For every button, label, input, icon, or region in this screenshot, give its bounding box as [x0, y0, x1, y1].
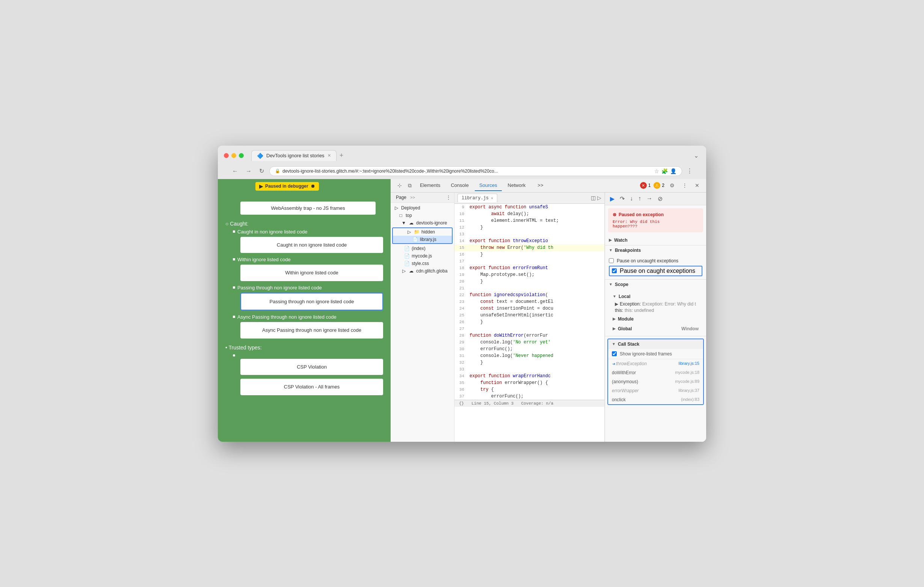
callstack-frame-0[interactable]: ➜ throwException library.js:15: [608, 359, 703, 368]
callstack-frame-4[interactable]: onclick (index):83: [608, 395, 703, 404]
pause-uncaught-checkbox[interactable]: [609, 258, 614, 263]
file-library-js[interactable]: 📄 library.js: [393, 236, 452, 243]
code-line: 24 const insertionPoint = docu: [454, 305, 604, 312]
deployed-label: Deployed: [401, 205, 420, 210]
local-header[interactable]: ▼ Local: [609, 292, 702, 301]
expand-icon[interactable]: ▶: [615, 301, 618, 307]
tab-elements[interactable]: Elements: [416, 180, 445, 191]
caught-subsection: Caught in non ignore listed code Caught …: [233, 229, 383, 339]
chevron-down-icon: ▼: [612, 342, 615, 346]
callstack-section: ▼ Call Stack Show ignore-listed frames ➜: [607, 339, 704, 405]
chevron-right-icon: ▶: [613, 327, 615, 330]
code-line: 30 errorFunc();: [454, 346, 604, 352]
warning-count-badge: ⚠: [653, 182, 660, 189]
module-header[interactable]: ▶ Module: [609, 314, 702, 324]
global-header[interactable]: ▶ Global Window: [609, 324, 702, 334]
tab-sources[interactable]: Sources: [475, 180, 502, 191]
frame-file: library.js:37: [679, 388, 700, 393]
file-style-css[interactable]: 📄 style.css: [391, 260, 454, 267]
csp-violation-all-box[interactable]: CSP Violation - All frames: [240, 379, 383, 395]
sources-kebab-menu[interactable]: ⋮: [446, 194, 451, 201]
more-options-button[interactable]: ⋮: [680, 181, 690, 190]
maximize-button[interactable]: [239, 153, 244, 158]
sources-more-tabs[interactable]: >>: [410, 195, 415, 200]
new-tab-button[interactable]: +: [337, 150, 346, 161]
code-line-highlighted: 15 throw new Error('Why did th: [454, 244, 604, 251]
resume-button[interactable]: ▶: [608, 194, 616, 204]
refresh-button[interactable]: ↻: [257, 167, 266, 175]
tab-close-button[interactable]: ✕: [328, 153, 331, 158]
back-button[interactable]: ←: [230, 167, 240, 175]
editor-tab-library[interactable]: library.js ✕: [457, 194, 497, 202]
file-hidden-folder[interactable]: ▷ 📁 hidden: [393, 228, 452, 236]
callstack-frame-2[interactable]: (anonymous) mycode.js:89: [608, 377, 703, 386]
file-cdn-folder[interactable]: ▷ ☁ cdn.glitch.globa: [391, 267, 454, 275]
file-mycode-js[interactable]: 📄 mycode.js: [391, 252, 454, 260]
pause-caught-checkbox[interactable]: [612, 268, 617, 273]
code-line: 37 errorFunc();: [454, 393, 604, 400]
breakpoints-header[interactable]: ▼ Breakpoints: [605, 245, 706, 255]
module-label: Module: [618, 316, 634, 322]
device-mode-button[interactable]: ⧉: [406, 181, 414, 190]
deactivate-breakpoints-button[interactable]: ⊘: [656, 194, 665, 204]
file-deployed[interactable]: ▷ Deployed: [391, 204, 454, 212]
this-key: this:: [615, 308, 623, 313]
sources-toolbar: Page >> ⋮: [391, 192, 454, 203]
toggle-sidebar-button[interactable]: ◫: [591, 195, 596, 201]
show-ignore-checkbox[interactable]: [612, 351, 617, 356]
file-icon: 📄: [412, 237, 417, 242]
async-passing-box[interactable]: Async Passing through non ignore listed …: [240, 322, 383, 339]
passing-through-box[interactable]: Passing through non ignore listed code: [240, 293, 383, 311]
more-editor-button[interactable]: ▷: [597, 195, 601, 201]
file-top[interactable]: □ top: [391, 212, 454, 219]
scope-header[interactable]: ▼ Scope: [605, 280, 706, 289]
file-orange-icon: 📄: [404, 253, 409, 258]
step-over-button[interactable]: ↷: [618, 194, 627, 204]
caught-section: ○ Caught: Caught in non ignore listed co…: [225, 221, 383, 339]
file-devtools-folder[interactable]: ▼ ☁ devtools-ignore: [391, 219, 454, 227]
folder-icon: □: [398, 213, 403, 218]
breakpoints-section: ▼ Breakpoints Pause on uncaught exceptio…: [605, 245, 706, 280]
caught-label: ○ Caught:: [225, 221, 383, 227]
minimize-button[interactable]: [231, 153, 236, 158]
code-line: 10 await delay();: [454, 210, 604, 217]
callstack-frame-3[interactable]: errorWrapper library.js:37: [608, 386, 703, 395]
extensions-icon[interactable]: 🧩: [662, 168, 668, 174]
csp-violation-box[interactable]: CSP Violation: [240, 359, 383, 375]
play-icon: ▶: [259, 184, 263, 189]
label-text: Caught in non ignore listed code: [238, 229, 307, 235]
profile-icon[interactable]: 👤: [670, 168, 676, 174]
step-button[interactable]: →: [645, 194, 654, 203]
sources-page-tab[interactable]: Page: [394, 194, 409, 201]
callstack-title: Call Stack: [618, 342, 639, 347]
step-out-button[interactable]: ↑: [636, 194, 643, 203]
warning-count: 2: [662, 183, 665, 188]
within-ignore-box[interactable]: Within ignore listed code: [240, 265, 383, 281]
forward-button[interactable]: →: [243, 167, 254, 175]
traffic-lights: [224, 153, 244, 158]
step-into-button[interactable]: ↓: [628, 194, 635, 203]
callstack-header[interactable]: ▼ Call Stack: [608, 339, 703, 349]
trusted-subsection: CSP Violation CSP Violation - All frames: [233, 353, 383, 395]
callstack-frame-1[interactable]: doWithError mycode.js:18: [608, 368, 703, 377]
browser-tab[interactable]: 🔷 DevTools ignore list stories ✕: [251, 150, 337, 161]
within-ignore-label: Within ignore listed code: [233, 257, 383, 262]
close-devtools-button[interactable]: ✕: [693, 181, 702, 190]
watch-header[interactable]: ▶ Watch: [605, 235, 706, 245]
more-tabs-button[interactable]: >>: [533, 180, 548, 191]
inspect-element-button[interactable]: ⊹: [395, 181, 404, 190]
editor-tab-close[interactable]: ✕: [491, 196, 493, 201]
url-bar[interactable]: 🔒 devtools-ignore-list-stories.glitch.me…: [269, 166, 682, 176]
tab-console[interactable]: Console: [446, 180, 473, 191]
caught-non-ignore-box[interactable]: Caught in non ignore listed code: [240, 237, 383, 253]
file-index[interactable]: 📄 (index): [391, 245, 454, 252]
tab-network[interactable]: Network: [503, 180, 530, 191]
exception-title: ⊗ Paused on exception: [613, 212, 699, 217]
settings-button[interactable]: ⚙: [667, 181, 677, 190]
tab-overflow-button[interactable]: ⌄: [692, 151, 700, 161]
bookmark-icon[interactable]: ☆: [654, 168, 659, 174]
more-menu-button[interactable]: ⋮: [685, 167, 694, 175]
chevron-right-icon: ▶: [613, 317, 615, 321]
close-button[interactable]: [224, 153, 229, 158]
frame-file: library.js:15: [679, 361, 700, 366]
